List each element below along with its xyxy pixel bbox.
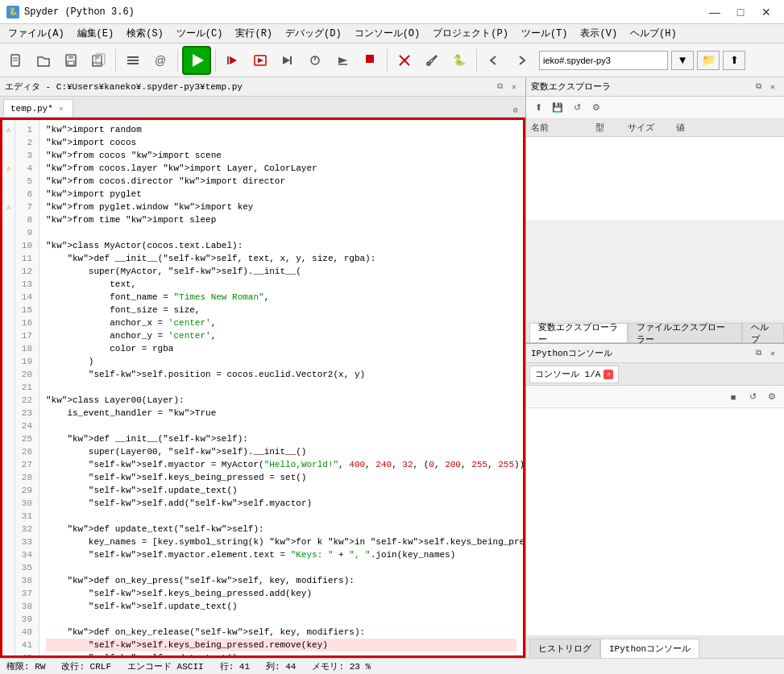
console-tab-close[interactable]: ✕ (604, 370, 613, 379)
tab-help[interactable]: ヘルプ (742, 323, 784, 342)
var-explorer-header: 変数エクスプローラ ⧉ ✕ (526, 77, 784, 97)
code-editor[interactable]: ⚠⚠⚠ 123456789101112131415161718192021222… (0, 118, 525, 658)
editor-undock-button[interactable]: ⧉ (493, 81, 506, 93)
editor-close-button[interactable]: ✕ (508, 81, 521, 93)
title-text: Spyder (Python 3.6) (24, 6, 135, 18)
menu-file[interactable]: ファイル(A) (2, 24, 71, 43)
address-input[interactable] (539, 51, 668, 70)
main-area: エディタ - C:¥Users¥kaneko¥.spyder-py3¥temp.… (0, 77, 784, 658)
addr-up-button[interactable]: ⬆ (723, 51, 745, 70)
warning-gutter: ⚠⚠⚠ (2, 120, 15, 655)
status-col: 列: 44 (266, 660, 296, 672)
run-button[interactable] (182, 46, 211, 75)
status-line: 行: 41 (220, 660, 250, 672)
var-toolbar: ⬆ 💾 ↺ ⚙ (526, 97, 784, 119)
console-content[interactable] (526, 408, 784, 635)
editor-settings-icon[interactable]: ⚙ (509, 104, 522, 117)
var-col-size-header: サイズ (623, 120, 671, 135)
menu-help[interactable]: ヘルプ(H) (624, 24, 683, 43)
close-button[interactable]: ✕ (755, 4, 778, 20)
ipython-header: IPythonコンソール ⧉ ✕ (526, 344, 784, 363)
svg-rect-5 (68, 61, 74, 65)
run-cell-button[interactable] (220, 48, 246, 73)
preferences-button[interactable] (120, 48, 146, 73)
forward-button[interactable] (508, 48, 534, 73)
right-panel: 変数エクスプローラ ⧉ ✕ ⬆ 💾 ↺ ⚙ 名前 型 サイズ 値 (526, 77, 784, 658)
run-cell-advance-button[interactable] (247, 48, 273, 73)
menu-project[interactable]: プロジェクト(P) (426, 24, 515, 43)
tab-var-explorer[interactable]: 変数エクスプローラー (529, 323, 628, 342)
remove-button[interactable] (392, 48, 417, 73)
ipython-close-button[interactable]: ✕ (766, 347, 779, 360)
at-button[interactable]: @ (147, 48, 173, 73)
ipython-console-panel: IPythonコンソール ⧉ ✕ コンソール 1/A ✕ ■ ↺ ⚙ ヒストリロ… (526, 344, 784, 658)
menu-run[interactable]: 実行(R) (229, 24, 279, 43)
addr-browse-button[interactable]: 📁 (697, 51, 720, 70)
variable-explorer-panel: 変数エクスプローラ ⧉ ✕ ⬆ 💾 ↺ ⚙ 名前 型 サイズ 値 (526, 77, 784, 344)
menu-bar: ファイル(A) 編集(E) 検索(S) ツール(C) 実行(R) デバッグ(D)… (0, 24, 784, 43)
var-settings-button[interactable]: ⚙ (587, 99, 605, 117)
tab-label: temp.py* (10, 104, 53, 114)
menu-tools[interactable]: ツール(T) (515, 24, 575, 43)
back-button[interactable] (481, 48, 507, 73)
new-file-button[interactable] (3, 48, 29, 73)
svg-marker-17 (283, 56, 290, 64)
menu-edit[interactable]: 編集(E) (71, 24, 121, 43)
menu-search[interactable]: 検索(S) (120, 24, 170, 43)
var-import-button[interactable]: ⬆ (529, 99, 547, 117)
console-interrupt-button[interactable]: ■ (724, 388, 742, 406)
debug-button[interactable] (302, 48, 328, 73)
ipython-undock-button[interactable]: ⧉ (752, 347, 765, 360)
console-restart-button[interactable]: ↺ (744, 388, 761, 406)
svg-point-26 (427, 62, 430, 65)
ipython-title: IPythonコンソール (531, 347, 612, 359)
var-reset-button[interactable]: ↺ (568, 99, 586, 117)
var-col-type-header: 型 (591, 120, 623, 135)
console-toolbar: ■ ↺ ⚙ (526, 386, 784, 408)
console-tab-1[interactable]: コンソール 1/A ✕ (529, 366, 619, 383)
svg-rect-12 (127, 63, 139, 64)
svg-rect-23 (366, 55, 374, 63)
minimize-button[interactable]: — (703, 4, 726, 20)
tab-file-explorer[interactable]: ファイルエクスプローラー (628, 323, 742, 342)
run-line-button[interactable] (330, 48, 355, 73)
status-perms: 権限: RW (6, 660, 45, 672)
status-bar: 権限: RW 改行: CRLF エンコード ASCII 行: 41 列: 44 … (0, 658, 784, 674)
var-col-val-header: 値 (671, 120, 784, 135)
status-encoding: エンコード ASCII (127, 660, 204, 672)
tools-button[interactable] (419, 48, 445, 73)
svg-rect-10 (127, 56, 139, 58)
maximize-button[interactable]: □ (729, 4, 752, 20)
svg-rect-11 (127, 60, 139, 61)
menu-tools-c[interactable]: ツール(C) (170, 24, 230, 43)
save-all-button[interactable] (85, 48, 111, 73)
history-tabs: ヒストリログ IPythonコンソール (526, 635, 784, 658)
save-file-button[interactable] (58, 48, 84, 73)
console-settings-button[interactable]: ⚙ (763, 388, 781, 406)
var-undock-button[interactable]: ⧉ (752, 81, 765, 93)
step-button[interactable] (275, 48, 301, 73)
stop-button[interactable] (357, 48, 383, 73)
line-numbers: 1234567891011121314151617181920212223242… (15, 120, 39, 655)
editor-title: エディタ - C:¥Users¥kaneko¥.spyder-py3¥temp.… (5, 81, 243, 93)
tab-ipython-console[interactable]: IPythonコンソール (600, 639, 699, 658)
addr-go-button[interactable]: ▼ (671, 51, 694, 70)
console-tab-bar: コンソール 1/A ✕ (526, 363, 784, 386)
var-table-header: 名前 型 サイズ 値 (526, 119, 784, 137)
tab-history-log[interactable]: ヒストリログ (529, 639, 600, 658)
python-button[interactable]: 🐍 (446, 48, 472, 73)
editor-tab-temp[interactable]: temp.py* ✕ (3, 99, 73, 117)
editor-tab-bar: temp.py* ✕ ⚙ (0, 97, 525, 118)
svg-rect-4 (68, 55, 73, 59)
var-save-button[interactable]: 💾 (549, 99, 566, 117)
var-col-name-header: 名前 (526, 120, 591, 135)
code-content[interactable]: "kw">import random"kw">import cocos"kw">… (39, 120, 523, 655)
var-close-button[interactable]: ✕ (766, 81, 779, 93)
menu-view[interactable]: 表示(V) (574, 24, 624, 43)
tab-close-button[interactable]: ✕ (56, 104, 66, 114)
menu-console[interactable]: コンソール(O) (348, 24, 427, 43)
status-eol: 改行: CRLF (61, 660, 111, 672)
menu-debug[interactable]: デバッグ(D) (279, 24, 348, 43)
open-file-button[interactable] (31, 48, 56, 73)
editor-header: エディタ - C:¥Users¥kaneko¥.spyder-py3¥temp.… (0, 77, 525, 97)
